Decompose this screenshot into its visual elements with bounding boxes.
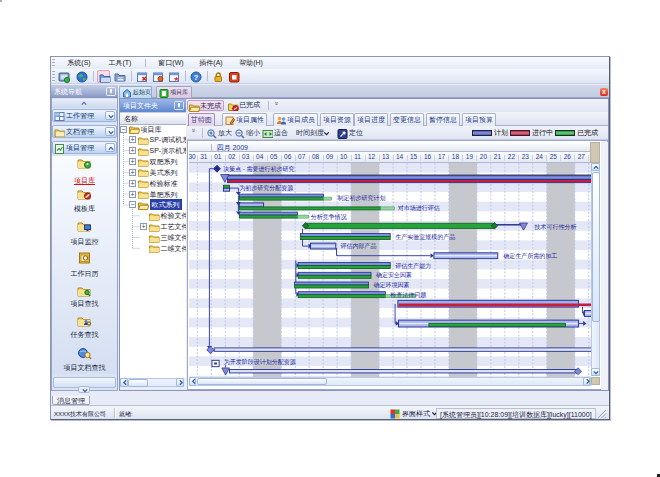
nav-group-3[interactable]: 项目管理 [52,141,117,154]
chevron-down-icon[interactable] [105,111,115,120]
tree-node-label[interactable]: 二维文件 [161,243,187,254]
tree-node-label[interactable]: 检验文件 [161,210,187,221]
menu-item-2[interactable]: 工具(T) [102,57,138,69]
nav-item-text[interactable]: 项目监控 [71,238,99,245]
expand-icon[interactable]: + [129,191,136,198]
tree-node-label[interactable]: 美式系列 [150,167,178,178]
expand-icon[interactable]: + [129,136,136,143]
gantt-h-scrollbar-left-arrow[interactable] [189,377,197,386]
nav-item-2[interactable] [52,187,117,203]
tree-node-4[interactable]: +双肥系列 [120,156,186,167]
tree-node-label[interactable]: 项目库 [141,125,162,135]
gantt-toolbar-button-4[interactable]: 时间刻度 [294,127,324,139]
tree-node-label[interactable]: 三维文件 [161,232,187,243]
tree-node-12[interactable]: 二维文件 [120,243,186,254]
tree-node-1[interactable]: −项目库 [120,125,186,135]
expand-icon[interactable]: + [129,158,136,165]
tree-node-5[interactable]: +美式系列 [120,167,186,178]
interface-style-icon[interactable] [390,409,400,419]
nav-item-7[interactable] [52,346,117,362]
filter-more-button[interactable]: » [273,102,280,106]
view-tab-2[interactable]: 项目属性 [222,113,267,126]
tree-node-label[interactable]: 双肥系列 [150,156,178,167]
view-tab-7[interactable]: 暂停信息 [426,113,460,126]
tab-close-button[interactable]: x [600,88,608,96]
view-tab-1[interactable]: 甘特图 [188,113,215,126]
bottom-tab-message-mgmt[interactable]: 消息管理 [52,396,90,405]
lock-icon-button[interactable] [211,70,224,83]
nav-item-text[interactable]: 项目查找 [71,300,99,307]
tree-node-3[interactable]: +SP-演示机系列 [120,145,186,156]
tree-node-label[interactable]: 欧式系列 [150,199,182,210]
tree-node-label[interactable]: 检验标准 [150,178,178,189]
tree-node-label[interactable]: 工艺文件 [161,221,187,232]
nav-item-6[interactable] [52,314,117,330]
pin-icon[interactable] [106,87,116,96]
nav-item-3[interactable] [52,219,117,235]
folder-view-icon-button[interactable] [113,70,126,83]
menu-item-4[interactable]: 插件(A) [193,57,229,69]
collapse-icon[interactable]: − [129,201,136,208]
gantt-v-scrollbar-up-arrow[interactable] [591,163,600,171]
calendar-edit-icon-button[interactable] [151,70,164,83]
nav-item-4[interactable] [52,251,117,267]
tree-scrollbar-right-arrow[interactable] [176,378,184,387]
folder-pin-icon[interactable] [174,101,184,110]
menu-item-1[interactable]: 系统(S) [61,57,97,69]
doc-tab-2[interactable]: 项目库 [156,86,192,98]
tree-node-label[interactable]: SP-演示机系列 [150,145,187,156]
tree-node-7[interactable]: +单肥系列 [120,189,186,200]
filter-button-1[interactable]: 未完成 [187,100,224,111]
chevron-up-icon[interactable] [105,143,115,152]
gantt-toolbar-button-2[interactable]: 缩小 [234,127,260,139]
view-tab-5[interactable]: 项目进度 [354,113,388,126]
folder-open-icon-button[interactable] [97,70,110,83]
expand-icon[interactable]: + [129,169,136,176]
gantt-h-scrollbar-thumb[interactable] [197,378,327,386]
nav-collapse-button[interactable] [52,99,117,108]
nav-item-text[interactable]: 项目文档查找 [64,364,106,371]
calendar-close-icon-button[interactable] [135,70,148,83]
gantt-toolbar-button-5[interactable]: 定位 [337,127,363,139]
nav-item-text[interactable]: 工作日历 [71,270,99,277]
tree-node-9[interactable]: 检验文件 [120,210,186,221]
tree-node-11[interactable]: 三维文件 [120,232,186,243]
nav-more-button[interactable] [78,386,90,393]
tree-node-6[interactable]: +检验标准 [120,178,186,189]
nav-group-2[interactable]: 文档管理 [52,125,117,138]
nav-item-5[interactable] [52,284,117,300]
exit-icon-button[interactable] [227,70,240,83]
collapse-icon[interactable]: − [120,126,127,133]
expand-icon[interactable]: + [129,180,136,187]
nav-item-1[interactable] [52,156,117,172]
help-icon-button[interactable]: ? [189,70,202,83]
filter-button-2[interactable]: 已完成 [227,100,264,111]
view-tab-8[interactable]: 项目预算 [462,113,496,126]
menu-item-5[interactable]: 帮助(H) [233,57,269,69]
status-style-button[interactable]: 界面样式 [402,409,430,419]
system-icon-button[interactable] [57,70,70,83]
tree-node-8[interactable]: −欧式系列 [120,199,186,210]
expand-icon[interactable]: + [140,223,147,230]
gantt-v-scrollbar-thumb[interactable] [592,172,600,322]
menu-item-3[interactable]: 窗口(W) [153,57,189,69]
tree-scrollbar-thumb[interactable] [128,379,148,387]
gantt-toolbar-button-1[interactable]: 放大 [206,127,232,139]
tree-node-label[interactable]: 单肥系列 [150,189,178,200]
tree-node-10[interactable]: +工艺文件 [120,221,186,232]
calendar-new-icon-button[interactable] [167,70,180,83]
tree-node-label[interactable]: SP-调试机系列 [150,134,187,145]
doc-tab-1[interactable]: 起始页 [119,86,152,98]
gantt-v-scrollbar-down-arrow[interactable] [591,368,600,376]
gantt-toolbar-button-3[interactable]: 适合 [262,127,288,139]
gantt-h-scrollbar-right-arrow[interactable] [583,377,591,386]
tree-scrollbar-left-arrow[interactable] [120,378,128,387]
nav-group-1[interactable]: 工作管理 [52,109,117,122]
nav-item-text[interactable]: 模板库 [74,205,95,212]
nav-item-text[interactable]: 项目库 [74,177,95,184]
tree-column-header[interactable]: 名称 [120,112,186,125]
gantt-more-button[interactable]: » [190,129,197,133]
expand-icon[interactable]: + [129,147,136,154]
view-tab-4[interactable]: 项目资源 [320,113,354,126]
view-tab-3[interactable]: 项目成员 [273,113,318,126]
